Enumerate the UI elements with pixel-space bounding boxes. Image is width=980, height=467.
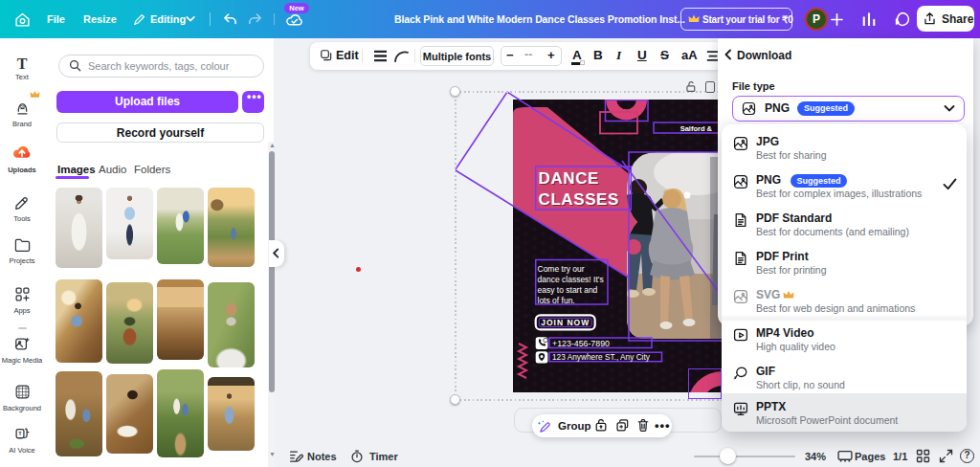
- svg-text:T: T: [18, 431, 22, 436]
- svg-text:co: co: [19, 104, 25, 109]
